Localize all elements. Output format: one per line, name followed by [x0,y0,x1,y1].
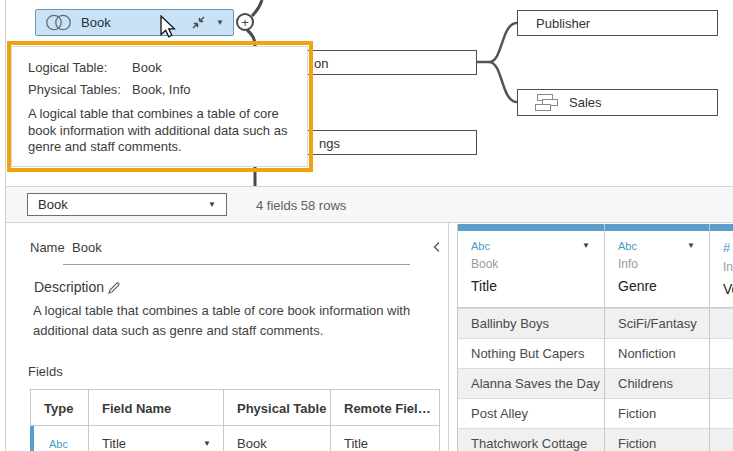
tooltip-physical-row: Physical Tables: Book, Info [28,82,293,97]
tooltip-logical-row: Logical Table: Book [28,60,293,75]
tooltip-logical-label: Logical Table: [28,60,132,75]
grid-cell: SciFi/Fantasy [605,308,709,338]
edit-pencil-icon[interactable] [107,281,121,295]
tooltip-logical-value: Book [132,60,293,75]
node-book-label: Book [81,15,111,30]
name-label: Name [30,240,65,255]
grid-cell: Nonfiction [605,338,709,368]
tooltip-physical-label: Physical Tables: [28,82,132,97]
description-label: Description [34,279,104,295]
add-table-button[interactable]: + [236,13,254,31]
grid-column-title: Abc ▼ Book Title Ballinby Boys Nothing B… [458,224,605,451]
fields-header-physical-table: Physical Table [224,390,331,426]
partial-node-top-label: on [314,55,328,70]
tooltip-physical-value: Book, Info [132,82,293,97]
table-details-toolbar: Book ▼ 4 fields 58 rows [6,187,733,223]
column-header-title[interactable]: Abc ▼ Book Title [458,231,604,308]
column-accent-strip [605,224,709,231]
column-menu-caret-icon[interactable]: ▼ [582,242,590,250]
field-name-caret-icon: ▼ [203,440,211,448]
column-table-label: Info [618,257,695,271]
mouse-cursor-icon [160,15,176,38]
grid-cell: Fiction [605,428,709,451]
column-table-label: Book [471,257,590,271]
grid-cell [710,398,733,428]
fields-header-remote-field: Remote Fiel… [331,390,439,426]
data-preview-grid: Abc ▼ Book Title Ballinby Boys Nothing B… [457,224,733,451]
table-selector-value: Book [38,197,208,212]
venn-icon [45,14,72,31]
node-sales[interactable]: Sales [517,89,718,116]
plus-icon: + [241,16,249,29]
dropdown-caret-icon: ▼ [208,201,216,209]
grid-cell [710,368,733,398]
node-sales-label: Sales [569,95,602,110]
grid-cell: Post Alley [458,398,604,428]
node-menu-caret-icon[interactable]: ▼ [216,19,224,27]
grid-cell: Fiction [605,398,709,428]
fields-table: Type Field Name Physical Table Remote Fi… [30,389,440,451]
partial-node-bottom-label: ngs [319,135,340,150]
column-field-label: Vo [723,281,733,297]
grid-cell [710,428,733,451]
table-selector-dropdown[interactable]: Book ▼ [27,193,227,216]
node-publisher-label: Publisher [536,16,590,31]
column-type-label: Abc [471,240,490,252]
column-header-clipped[interactable]: # Info Vo [710,231,733,308]
fields-header-field-name: Field Name [89,390,224,426]
table-details-panel: Name Book Description A logical table th… [6,223,449,451]
field-name-value: Title [102,436,126,451]
selected-field-row-accent [30,426,34,451]
field-physical-table-cell: Book [224,426,331,451]
description-text: A logical table that combines a table of… [33,301,435,341]
name-input-underline [63,264,410,265]
name-input-value[interactable]: Book [72,240,102,255]
node-book[interactable]: Book ▼ [35,9,234,36]
collapse-panel-chevron-icon[interactable] [430,240,444,254]
fields-header-type: Type [31,390,89,426]
column-type-label: # [723,240,730,255]
field-row-summary: 4 fields 58 rows [256,198,346,213]
column-table-label: Info [723,260,733,274]
grid-cell: Ballinby Boys [458,308,604,338]
tooltip-description: A logical table that combines a table of… [28,106,296,156]
grid-cell [710,338,733,368]
column-accent-strip [458,224,604,231]
field-remote-field-cell: Title [331,426,439,451]
column-field-label: Title [471,278,590,294]
column-field-label: Genre [618,278,695,294]
grid-cell: Nothing But Capers [458,338,604,368]
grid-cell [710,308,733,338]
field-name-cell[interactable]: Title ▼ [89,426,224,451]
tableau-data-source-page: on ngs Publisher Sales Book [0,0,733,451]
collapse-icon[interactable] [191,15,206,30]
grid-cell: Alanna Saves the Day [458,368,604,398]
grid-cell: Childrens [605,368,709,398]
column-accent-strip [710,224,733,231]
grid-cell: Thatchwork Cottage [458,428,604,451]
table-tooltip: Logical Table: Book Physical Tables: Boo… [11,46,308,167]
physical-tables-icon [533,94,559,112]
fields-section-label: Fields [28,364,63,379]
column-header-genre[interactable]: Abc ▼ Info Genre [605,231,709,308]
grid-column-genre: Abc ▼ Info Genre SciFi/Fantasy Nonfictio… [605,224,710,451]
field-type-cell: Abc [31,426,89,451]
node-publisher[interactable]: Publisher [517,10,718,36]
column-menu-caret-icon[interactable]: ▼ [687,242,695,250]
grid-column-clipped: # Info Vo [710,224,733,451]
column-type-label: Abc [618,240,637,252]
